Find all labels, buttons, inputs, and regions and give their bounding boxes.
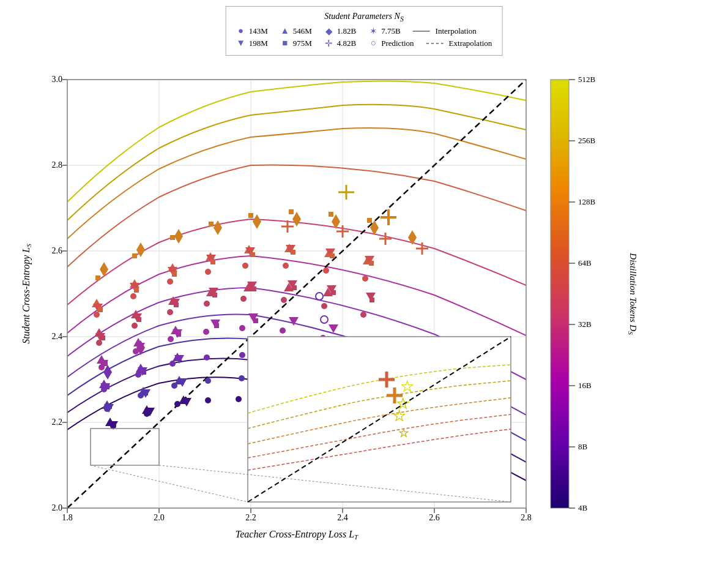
- svg-point-47: [280, 328, 286, 334]
- svg-rect-135: [253, 318, 258, 323]
- legend-symbol-circle-open: ○: [368, 38, 378, 48]
- legend-item-interpolation: Interpolation: [413, 26, 477, 36]
- svg-rect-151: [369, 261, 374, 266]
- legend-box: Student Parameters NS ● 143M ▲ 546M ◆ 1.…: [226, 6, 503, 56]
- x-axis: 1.8 2.0 2.2 2.4 2.6 2.8: [62, 508, 532, 522]
- legend-label-interpolation: Interpolation: [436, 26, 477, 36]
- svg-rect-127: [107, 404, 112, 409]
- colorbar: [551, 80, 569, 508]
- legend-label-143m: 143M: [249, 26, 268, 36]
- svg-point-63: [283, 263, 289, 269]
- svg-point-65: [362, 275, 368, 282]
- svg-point-53: [204, 301, 210, 307]
- legend-item-143m: ● 143M: [236, 26, 268, 36]
- chart-container: Student Parameters NS ● 143M ▲ 546M ◆ 1.…: [0, 0, 728, 584]
- legend-symbol-circle: ●: [236, 26, 246, 36]
- svg-rect-130: [141, 370, 146, 375]
- legend-symbol-star: ✶: [368, 26, 378, 37]
- legend-label-182b: 1.82B: [337, 26, 356, 36]
- colorbar-title: Distillation Tokens DS: [627, 252, 638, 335]
- svg-rect-142: [331, 290, 336, 295]
- svg-text:32B: 32B: [578, 320, 592, 329]
- svg-point-36: [204, 354, 210, 361]
- legend-label-546m: 546M: [293, 26, 312, 36]
- svg-rect-146: [172, 272, 177, 277]
- svg-point-27: [205, 378, 211, 384]
- svg-rect-129: [105, 384, 110, 389]
- svg-rect-140: [251, 286, 256, 291]
- svg-rect-155: [209, 222, 214, 226]
- legend-label-extrapolation: Extrapolation: [449, 39, 492, 48]
- svg-rect-159: [367, 218, 372, 223]
- svg-text:2.6: 2.6: [52, 246, 63, 255]
- svg-rect-138: [174, 302, 179, 307]
- svg-rect-147: [210, 260, 215, 264]
- legend-item-extrapolation: Extrapolation: [426, 39, 492, 48]
- svg-point-57: [360, 312, 366, 318]
- legend-item-975m: ■ 975M: [280, 38, 312, 48]
- svg-point-55: [281, 297, 287, 303]
- svg-rect-157: [289, 209, 294, 214]
- svg-text:2.4: 2.4: [52, 332, 63, 341]
- svg-point-28: [239, 375, 245, 381]
- svg-text:64B: 64B: [578, 258, 592, 268]
- svg-rect-156: [248, 213, 253, 218]
- svg-text:2.2: 2.2: [52, 417, 63, 427]
- svg-point-18: [236, 396, 242, 402]
- legend-item-198m: ▼ 198M: [236, 38, 268, 48]
- svg-text:2.2: 2.2: [245, 513, 256, 522]
- svg-point-56: [321, 303, 327, 309]
- svg-text:2.8: 2.8: [52, 160, 63, 170]
- svg-text:2.0: 2.0: [154, 513, 165, 522]
- legend-item-775b: ✶ 7.75B: [368, 26, 400, 37]
- legend-item-182b: ◆ 1.82B: [324, 26, 356, 37]
- legend-symbol-triangle-up: ▲: [280, 26, 290, 36]
- svg-text:512B: 512B: [578, 75, 596, 84]
- svg-rect-150: [330, 253, 335, 258]
- svg-point-58: [94, 312, 100, 318]
- svg-rect-137: [136, 317, 141, 322]
- legend-symbol-square: ■: [280, 38, 290, 48]
- svg-rect-131: [103, 361, 108, 366]
- legend-label-198m: 198M: [249, 39, 268, 48]
- svg-rect-144: [98, 307, 103, 312]
- svg-rect-128: [143, 391, 148, 395]
- main-chart: ✦ ✦ ✦ ✦ ☆ ☆ ☆: [18, 73, 661, 557]
- svg-rect-148: [250, 252, 255, 257]
- svg-point-50: [96, 340, 102, 346]
- svg-text:8B: 8B: [578, 442, 588, 451]
- svg-text:☆: ☆: [400, 377, 414, 395]
- svg-point-54: [240, 296, 247, 302]
- svg-text:1.8: 1.8: [62, 513, 73, 522]
- svg-text:16B: 16B: [578, 381, 592, 390]
- legend-label-775b: 7.75B: [381, 26, 400, 36]
- svg-rect-125: [109, 421, 114, 426]
- svg-text:2.8: 2.8: [521, 513, 532, 522]
- svg-rect-158: [329, 212, 333, 217]
- legend-line-dashed: [426, 43, 444, 44]
- legend-symbol-triangle-down: ▼: [236, 38, 246, 48]
- svg-text:4B: 4B: [578, 503, 588, 512]
- svg-point-51: [132, 323, 138, 329]
- legend-item-prediction: ○ Prediction: [368, 38, 414, 48]
- svg-point-45: [203, 329, 209, 335]
- svg-point-17: [205, 397, 211, 403]
- svg-point-44: [168, 336, 174, 342]
- legend-item-482b: ✛ 4.82B: [324, 38, 356, 49]
- svg-point-34: [135, 372, 141, 378]
- legend-symbol-plus: ✛: [324, 38, 334, 49]
- svg-rect-126: [144, 409, 149, 414]
- svg-rect-143: [370, 298, 374, 302]
- svg-rect-149: [291, 250, 295, 255]
- svg-text:☆: ☆: [392, 406, 406, 425]
- svg-rect-141: [292, 285, 297, 290]
- legend-label-975m: 975M: [293, 39, 312, 48]
- svg-point-59: [130, 293, 136, 299]
- x-axis-label: Teacher Cross-Entropy Loss LT: [236, 529, 358, 541]
- svg-rect-136: [100, 335, 105, 340]
- svg-rect-134: [214, 323, 219, 328]
- svg-point-60: [167, 279, 173, 285]
- svg-point-35: [169, 361, 176, 367]
- legend-symbol-diamond: ◆: [324, 26, 334, 37]
- legend-item-546m: ▲ 546M: [280, 26, 312, 36]
